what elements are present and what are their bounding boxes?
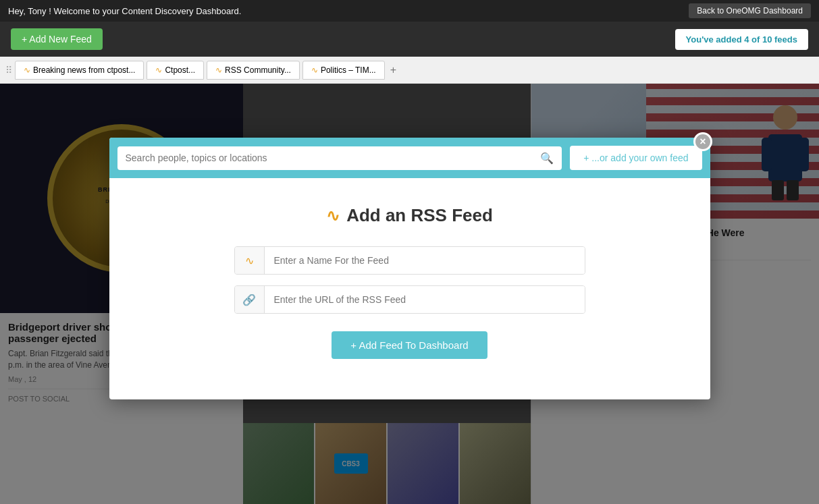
add-tab-button[interactable]: + xyxy=(390,64,396,76)
feed-url-input[interactable] xyxy=(265,286,585,313)
greeting-text: Hey, Tony ! Welcome to your Content Disc… xyxy=(8,6,241,16)
counter-total: 10 xyxy=(762,34,772,45)
tab-bar: ⠿ ∿ Breaking news from ctpost... ∿ Ctpos… xyxy=(0,57,819,84)
link-icon: 🔗 xyxy=(242,293,256,306)
feed-name-input[interactable] xyxy=(265,247,585,274)
modal-search-bar: 🔍 + ...or add your own feed xyxy=(109,138,710,178)
top-bar: Hey, Tony ! Welcome to your Content Disc… xyxy=(0,0,819,22)
add-feed-to-dashboard-button[interactable]: + Add Feed To Dashboard xyxy=(332,331,487,359)
add-new-feed-button[interactable]: + Add New Feed xyxy=(11,28,103,50)
modal-container: 🔍 + ...or add your own feed ∿ Add an RSS… xyxy=(109,138,710,399)
feed-url-icon-box: 🔗 xyxy=(235,286,265,313)
counter-of: of xyxy=(749,34,762,45)
rss-icon-tab3: ∿ xyxy=(215,65,222,75)
feed-name-input-row: ∿ xyxy=(234,246,585,275)
tab-rss-community[interactable]: ∿ RSS Community... xyxy=(207,61,300,80)
feed-name-icon-box: ∿ xyxy=(235,247,265,274)
add-own-feed-button[interactable]: + ...or add your own feed xyxy=(570,146,702,170)
rss-icon-name: ∿ xyxy=(245,254,254,267)
feed-url-input-row: 🔗 xyxy=(234,285,585,314)
rss-icon-tab2: ∿ xyxy=(155,65,162,75)
tab-label-1: Breaking news from ctpost... xyxy=(33,65,135,75)
modal-body: ∿ Add an RSS Feed ∿ 🔗 xyxy=(109,178,710,399)
back-to-dashboard-button[interactable]: Back to OneOMG Dashboard xyxy=(689,3,811,18)
tab-ctpost[interactable]: ∿ Ctpost... xyxy=(147,61,204,80)
feeds-counter: You've added 4 of 10 feeds xyxy=(675,29,808,50)
tab-label-2: Ctpost... xyxy=(165,65,195,75)
search-box: 🔍 xyxy=(117,146,562,170)
tab-politics[interactable]: ∿ Politics – TIM... xyxy=(302,61,385,80)
modal-title: ∿ Add an RSS Feed xyxy=(326,205,493,226)
rss-icon-tab1: ∿ xyxy=(24,65,30,75)
tab-drag-icon: ⠿ xyxy=(5,65,12,76)
search-icon: 🔍 xyxy=(540,152,554,165)
rss-icon-large: ∿ xyxy=(326,206,340,225)
counter-suffix: feeds xyxy=(772,34,797,45)
tab-label-4: Politics – TIM... xyxy=(321,65,376,75)
second-bar: + Add New Feed You've added 4 of 10 feed… xyxy=(0,22,819,57)
counter-prefix: You've added xyxy=(686,34,745,45)
search-input[interactable] xyxy=(126,152,535,163)
tab-breaking-news[interactable]: ∿ Breaking news from ctpost... xyxy=(15,61,144,80)
modal-title-text: Add an RSS Feed xyxy=(346,205,493,226)
rss-icon-tab4: ∿ xyxy=(311,65,318,75)
modal-overlay: × 🔍 + ...or add your own feed ∿ Add an R… xyxy=(0,84,819,504)
modal-close-button[interactable]: × xyxy=(693,132,712,151)
tab-label-3: RSS Community... xyxy=(225,65,291,75)
